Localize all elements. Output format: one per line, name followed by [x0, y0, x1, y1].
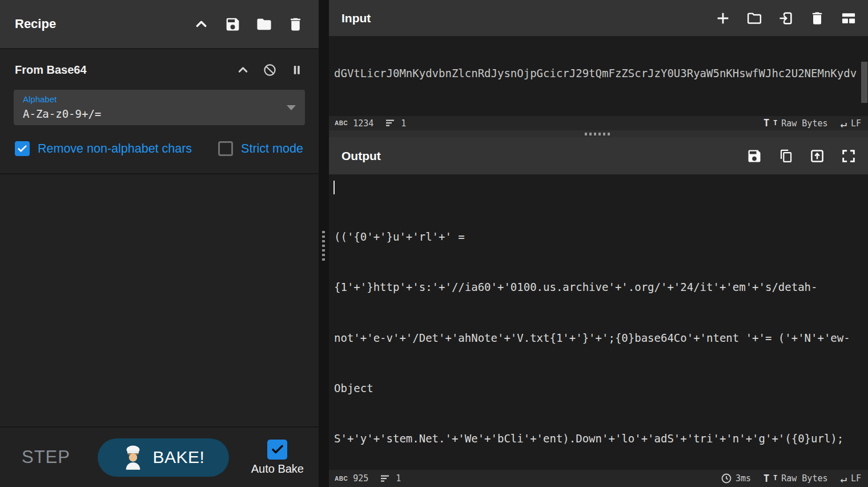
save-icon — [224, 16, 241, 33]
operation-from-base64[interactable]: From Base64 Alphabet A-Za-z0-9+/= — [0, 49, 319, 174]
strict-mode-label[interactable]: Strict mode — [241, 142, 303, 156]
recipe-pane: Recipe From Base64 — [0, 0, 319, 487]
bake-time-value: 3ms — [736, 473, 751, 484]
step-button[interactable]: STEP — [22, 447, 70, 468]
toggle-tab-bar-button[interactable] — [841, 10, 857, 26]
output-line: {1'+'}http'+'s:'+'//ia60'+'0100.us.archi… — [334, 279, 868, 296]
chevron-down-icon — [287, 105, 296, 110]
operation-arguments: Remove non-alphabet chars Strict mode — [0, 141, 319, 156]
input-title: Input — [341, 11, 715, 25]
line-count-icon — [386, 119, 396, 127]
remove-non-alphabet-checkbox[interactable] — [15, 141, 30, 156]
recipe-header: Recipe — [0, 0, 319, 49]
copy-icon — [778, 148, 794, 164]
input-line: bnRlbicrJ3QpO3snKycwfWEnKydzc2VtYmx5ID0g… — [334, 115, 868, 116]
output-title: Output — [341, 149, 746, 163]
breakpoint-operation-button[interactable] — [290, 63, 304, 77]
remove-non-alphabet-label[interactable]: Remove non-alphabet chars — [38, 142, 192, 156]
bake-button[interactable]: BAKE! — [98, 438, 229, 477]
splitter-grip-icon — [322, 231, 325, 262]
remove-non-alphabet-option[interactable]: Remove non-alphabet chars — [15, 141, 192, 156]
copy-output-button[interactable] — [778, 148, 794, 164]
input-scrollbar-thumb[interactable] — [861, 62, 867, 103]
check-icon — [270, 442, 285, 457]
output-line: S'+'y'+'stem.Net.'+'We'+'bCli'+'ent).Dow… — [334, 430, 868, 447]
alphabet-label: Alphabet — [23, 94, 296, 104]
output-char-count: 925 — [353, 473, 368, 484]
bake-button-label: BAKE! — [153, 448, 205, 467]
splitter-grip-icon — [585, 133, 612, 135]
input-encoding-value: Raw Bytes — [781, 118, 827, 129]
chevron-up-icon — [193, 16, 210, 33]
move-output-to-input-button[interactable] — [809, 148, 825, 164]
clear-recipe-button[interactable] — [287, 16, 304, 33]
chevron-up-icon — [236, 63, 250, 77]
output-editor[interactable]: (('{0'+'}u'+'rl'+' = {1'+'}http'+'s:'+'/… — [329, 175, 868, 470]
output-line: not'+'e-v'+'/Det'+'ahNote'+'V.txt{1'+'}'… — [334, 330, 868, 346]
character-encoding-icon: T — [763, 474, 769, 484]
return-arrow-icon: ↵ — [840, 472, 846, 485]
cyberchef-app: Recipe From Base64 — [0, 0, 868, 487]
return-arrow-icon: ↵ — [840, 117, 846, 130]
alphabet-select[interactable]: Alphabet A-Za-z0-9+/= — [14, 90, 305, 125]
input-encoding-selector[interactable]: TT Raw Bytes — [763, 118, 827, 129]
collapse-recipe-button[interactable] — [193, 16, 210, 33]
recipe-title: Recipe — [15, 17, 193, 31]
input-line-count: 1 — [401, 118, 406, 129]
layout-split-icon — [841, 10, 857, 26]
export-up-icon — [809, 148, 825, 164]
input-line: dGVtLicrJ0MnKydvbnZlcnRdJysnOjpGcicrJ29t… — [334, 65, 868, 82]
alphabet-value: A-Za-z0-9+/= — [23, 106, 296, 122]
plus-icon — [715, 10, 731, 26]
recipe-list-empty-area — [0, 174, 319, 426]
trash-icon — [287, 16, 304, 33]
collapse-operation-button[interactable] — [236, 63, 250, 77]
output-encoding-selector[interactable]: TT Raw Bytes — [763, 473, 827, 484]
disable-operation-button[interactable] — [263, 63, 277, 77]
folder-icon — [256, 16, 272, 33]
recipe-io-splitter[interactable] — [319, 0, 329, 487]
strict-mode-option[interactable]: Strict mode — [218, 141, 303, 156]
maximize-output-button[interactable] — [841, 148, 857, 164]
char-count-icon: ABC — [335, 120, 348, 126]
input-status-bar: ABC 1234 1 TT Raw Bytes ↵ LF — [329, 116, 868, 130]
save-output-button[interactable] — [746, 148, 762, 164]
bake-time: 3ms — [721, 473, 751, 484]
operation-title: From Base64 — [15, 63, 236, 77]
input-arrow-icon — [778, 10, 794, 26]
disable-icon — [263, 63, 277, 77]
input-header: Input — [329, 0, 868, 37]
input-editor[interactable]: dGVtLicrJ0MnKydvbnZlcnRdJysnOjpGcicrJ29t… — [329, 37, 868, 116]
bake-controls: STEP BAKE! Auto Bake — [0, 426, 319, 487]
output-status-bar: ABC 925 1 3ms TT Raw Bytes ↵ LF — [329, 470, 868, 487]
load-recipe-button[interactable] — [256, 16, 272, 33]
save-recipe-button[interactable] — [224, 16, 241, 33]
trash-icon — [809, 10, 825, 26]
folder-open-icon — [746, 10, 762, 26]
open-input-button[interactable] — [778, 10, 794, 26]
input-eol-value: LF — [851, 118, 861, 129]
check-icon — [17, 143, 28, 154]
output-line: Object — [334, 380, 868, 397]
add-input-tab-button[interactable] — [715, 10, 731, 26]
io-pane: Input dGVtLicrJ0MnKydvbn — [329, 0, 868, 487]
auto-bake-toggle[interactable]: Auto Bake — [251, 440, 304, 476]
chef-icon — [122, 444, 144, 470]
auto-bake-checkbox[interactable] — [267, 440, 287, 460]
clock-icon — [721, 473, 732, 484]
pause-icon — [290, 63, 304, 77]
input-eol-selector[interactable]: ↵ LF — [840, 117, 861, 130]
input-char-count: 1234 — [353, 118, 373, 129]
open-file-button[interactable] — [746, 10, 762, 26]
output-eol-selector[interactable]: ↵ LF — [840, 472, 861, 485]
save-icon — [746, 148, 762, 164]
output-line-count: 1 — [396, 473, 401, 484]
character-encoding-icon: T — [763, 118, 769, 128]
output-encoding-value: Raw Bytes — [781, 473, 827, 484]
text-cursor — [333, 181, 335, 194]
clear-io-button[interactable] — [809, 10, 825, 26]
char-count-icon: ABC — [335, 476, 348, 482]
strict-mode-checkbox[interactable] — [218, 141, 233, 156]
output-header: Output — [329, 137, 868, 175]
input-output-splitter[interactable] — [329, 130, 868, 137]
